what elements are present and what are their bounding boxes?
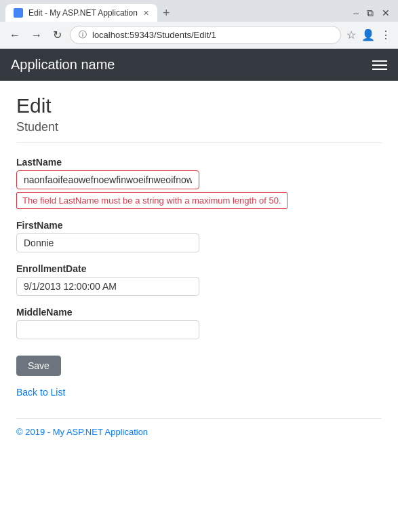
enrollmentdate-group: EnrollmentDate [16, 263, 382, 296]
tab-label: Edit - My ASP.NET Application [28, 8, 138, 18]
footer: © 2019 - My ASP.NET Application [16, 418, 382, 437]
back-to-list-link[interactable]: Back to List [16, 387, 382, 398]
edit-form: LastName The field LastName must be a st… [16, 157, 382, 376]
app-navbar: Application name [0, 49, 398, 81]
firstname-input[interactable] [16, 233, 199, 252]
browser-chrome: Edit - My ASP.NET Application ✕ + – ⧉ ✕ … [0, 0, 398, 49]
restore-button[interactable]: ⧉ [367, 7, 374, 19]
forward-button[interactable]: → [28, 26, 45, 44]
lastname-error: The field LastName must be a string with… [16, 192, 287, 209]
hamburger-line-2 [372, 64, 387, 66]
close-window-button[interactable]: ✕ [382, 7, 390, 18]
lastname-input[interactable] [16, 170, 199, 189]
address-bar: ← → ↻ ⓘ localhost:59343/Students/Edit/1 … [0, 22, 398, 48]
url-text: localhost:59343/Students/Edit/1 [92, 30, 332, 40]
tab-bar: Edit - My ASP.NET Application ✕ + – ⧉ ✕ [0, 0, 398, 22]
page-title: Edit [16, 94, 382, 117]
middlename-input[interactable] [16, 320, 199, 339]
page-content: Edit Student LastName The field LastName… [0, 81, 398, 464]
refresh-button[interactable]: ↻ [50, 26, 64, 44]
enrollmentdate-label: EnrollmentDate [16, 263, 382, 274]
page-subtitle: Student [16, 120, 382, 134]
menu-icon[interactable]: ⋮ [380, 28, 391, 41]
firstname-group: FirstName [16, 220, 382, 252]
lastname-group: LastName The field LastName must be a st… [16, 157, 382, 209]
hamburger-menu[interactable] [372, 60, 387, 70]
url-bar[interactable]: ⓘ localhost:59343/Students/Edit/1 [70, 26, 341, 44]
profile-icon[interactable]: 👤 [361, 28, 375, 41]
address-actions: ☆ 👤 ⋮ [346, 28, 391, 41]
back-button[interactable]: ← [7, 26, 23, 44]
window-controls: – ⧉ ✕ [353, 7, 393, 19]
enrollmentdate-input[interactable] [16, 277, 199, 296]
middlename-group: MiddleName [16, 307, 382, 339]
divider [16, 142, 382, 143]
save-button[interactable]: Save [16, 356, 61, 376]
hamburger-line-1 [372, 60, 387, 62]
minimize-button[interactable]: – [353, 7, 359, 18]
new-tab-button[interactable]: + [163, 7, 170, 19]
lastname-label: LastName [16, 157, 382, 168]
app-name: Application name [11, 57, 115, 73]
tab-close-icon[interactable]: ✕ [143, 9, 149, 18]
middlename-label: MiddleName [16, 307, 382, 318]
bookmark-icon[interactable]: ☆ [346, 28, 356, 41]
firstname-label: FirstName [16, 220, 382, 231]
hamburger-line-3 [372, 69, 387, 70]
active-tab[interactable]: Edit - My ASP.NET Application ✕ [5, 4, 157, 22]
footer-text: © 2019 - My ASP.NET Application [16, 427, 148, 437]
tab-favicon [14, 8, 23, 18]
lock-icon: ⓘ [79, 29, 87, 41]
